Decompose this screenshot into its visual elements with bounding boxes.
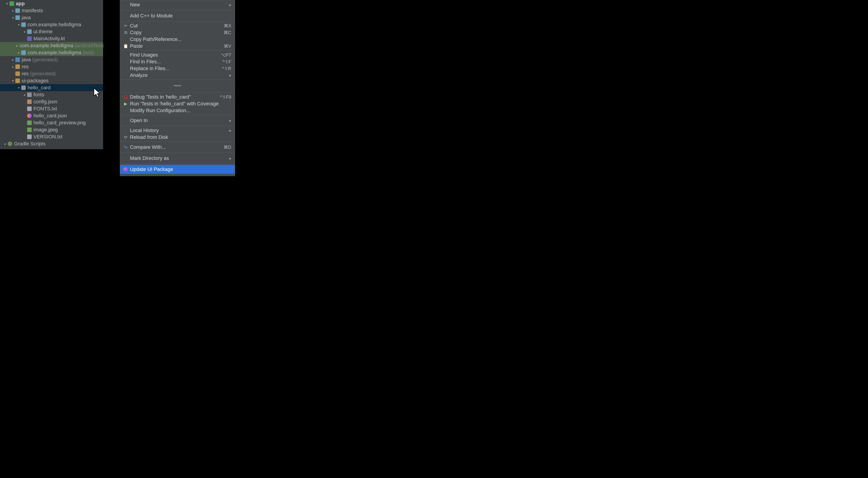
chevron-right-icon: ▸ <box>22 93 27 96</box>
menu-item-replace-in-files[interactable]: • Replace in Files... ^⇧R <box>120 65 235 72</box>
tree-label: hello_card_preview.png <box>33 120 86 126</box>
tree-row-package-androidtest[interactable]: ▸ com.example.hellofigma (androidTest) <box>0 42 103 49</box>
tree-label: ui-packages <box>22 78 49 84</box>
tree-suffix: (androidTest) <box>74 43 103 49</box>
tree-row-gradle-scripts[interactable]: ▸ Gradle Scripts <box>0 140 103 147</box>
menu-item-modify-run-config[interactable]: • Modify Run Configuration... <box>120 107 235 114</box>
tree-row-version-txt[interactable]: ▸ VERSION.txt <box>0 133 103 140</box>
menu-item-analyze[interactable]: • Analyze ▸ <box>120 72 235 79</box>
tree-row-fonts-txt[interactable]: ▸ FONTS.txt <box>0 105 103 112</box>
tree-suffix: (generated) <box>32 57 58 63</box>
kotlin-file-icon <box>27 36 32 41</box>
menu-label: Reload from Disk <box>130 134 231 140</box>
clipboard-icon: 📋 <box>123 43 129 49</box>
chevron-right-icon: ▸ <box>229 118 231 123</box>
menu-label: Replace in Files... <box>130 66 219 71</box>
tree-row-config-json[interactable]: ▸ config.json <box>0 98 103 105</box>
menu-item-find-in-files[interactable]: • Find in Files... ^⇧F <box>120 58 235 65</box>
menu-item-compare-with[interactable]: Compare With... ⌘D <box>120 143 235 152</box>
tree-label: hello_card.json <box>33 113 67 119</box>
shield-run-icon: ▶ <box>123 101 129 106</box>
menu-shortcut: ⌘V <box>224 43 231 49</box>
menu-separator <box>120 142 235 142</box>
menu-label: Add C++ to Module <box>130 13 231 19</box>
menu-label: Update UI Package <box>130 167 231 172</box>
tree-label: ui.theme <box>33 29 53 35</box>
tree-suffix: (generated) <box>30 71 56 77</box>
menu-label: Cut <box>130 23 221 29</box>
menu-item-cut[interactable]: ✂ Cut ⌘X <box>120 22 235 29</box>
menu-item-add-cpp[interactable]: • Add C++ to Module <box>120 11 235 20</box>
menu-item-reload-disk[interactable]: ⟳ Reload from Disk <box>120 134 235 141</box>
menu-item-run-coverage[interactable]: ▶ Run 'Tests in 'hello_card'' with Cover… <box>120 100 235 107</box>
menu-label: Copy Path/Reference... <box>130 36 231 42</box>
menu-shortcut: ^⇧F <box>222 59 231 64</box>
chevron-right-icon: ▸ <box>229 156 231 160</box>
menu-item-debug-tests[interactable]: 🐞 Debug 'Tests in 'hello_card'' ^⇧F9 <box>120 94 235 100</box>
tree-row-manifests[interactable]: ▸ manifests <box>0 7 103 14</box>
menu-item-copy[interactable]: ⧉ Copy ⌘C <box>120 29 235 36</box>
tree-row-java-generated[interactable]: ▸ java (generated) <box>0 56 103 63</box>
figma-file-icon <box>27 114 32 118</box>
gradle-icon <box>8 142 12 146</box>
chevron-right-icon: ▸ <box>229 3 231 7</box>
text-file-icon <box>27 135 32 139</box>
tree-row-fonts[interactable]: ▸ fonts <box>0 91 103 98</box>
menu-item-local-history[interactable]: • Local History ▸ <box>120 127 235 134</box>
tree-row-res-generated[interactable]: ▸ res (generated) <box>0 70 103 77</box>
res-folder-icon <box>16 64 20 69</box>
tree-label: hello_card <box>28 85 51 91</box>
tree-row-java[interactable]: ▾ java <box>0 14 103 21</box>
menu-label: Local History <box>130 127 227 133</box>
tree-label: VERSION.txt <box>33 134 62 140</box>
tree-row-hello-card-preview[interactable]: ▸ hello_card_preview.png <box>0 119 103 126</box>
menu-label: Copy <box>130 30 221 35</box>
tree-row-ui-packages[interactable]: ▾ ui-packages <box>0 77 103 84</box>
menu-label: Compare With... <box>130 144 221 150</box>
tree-row-app[interactable]: ▾ app <box>0 0 103 7</box>
menu-item-copy-path[interactable]: • Copy Path/Reference... <box>120 36 235 43</box>
menu-separator <box>120 92 235 93</box>
chevron-right-icon: ▸ <box>10 9 16 12</box>
project-tree: ▾ app ▸ manifests ▾ java ▾ com.example.h… <box>0 0 103 149</box>
package-icon <box>21 51 26 55</box>
tree-row-package-main[interactable]: ▾ com.example.hellofigma <box>0 21 103 28</box>
bug-icon: 🐞 <box>123 94 129 99</box>
folder-icon <box>27 92 32 97</box>
menu-item-paste[interactable]: 📋 Paste ⌘V <box>120 43 235 50</box>
chevron-right-icon: ▸ <box>16 44 18 48</box>
tree-row-res[interactable]: ▸ res <box>0 63 103 70</box>
chevron-right-icon: ▸ <box>229 73 231 78</box>
tree-label: com.example.hellofigma <box>28 50 81 56</box>
reload-icon: ⟳ <box>123 135 129 140</box>
tree-row-image-jpeg[interactable]: ▸ image.jpeg <box>0 126 103 133</box>
chevron-down-icon: ▾ <box>16 23 21 26</box>
menu-item-open-in[interactable]: • Open In ▸ <box>120 116 235 125</box>
tree-suffix: (test) <box>83 50 94 56</box>
tree-label: res <box>22 64 29 70</box>
package-icon <box>27 29 32 34</box>
menu-shortcut: ⌥F7 <box>221 52 231 58</box>
menu-item-find-usages[interactable]: • Find Usages ⌥F7 <box>120 52 235 58</box>
tree-row-hello-card[interactable]: ▾ hello_card <box>0 84 103 91</box>
tree-label: Gradle Scripts <box>14 141 45 147</box>
tree-row-hello-card-json[interactable]: ▸ hello_card.json <box>0 112 103 119</box>
tree-label: res <box>22 71 29 77</box>
menu-label: Open In <box>130 118 227 123</box>
menu-item-new[interactable]: • New ▸ <box>120 0 235 9</box>
tree-row-ui-theme[interactable]: ▸ ui.theme <box>0 28 103 35</box>
compare-icon <box>123 145 129 149</box>
generated-res-folder-icon <box>16 71 20 76</box>
tree-row-mainactivity[interactable]: ▸ MainActivity.kt <box>0 35 103 42</box>
chevron-down-icon: ▾ <box>10 16 16 20</box>
tree-row-package-test[interactable]: ▸ com.example.hellofigma (test) <box>0 49 103 56</box>
menu-separator <box>120 21 235 22</box>
menu-label: Paste <box>130 43 221 49</box>
tree-label: app <box>16 1 25 6</box>
tree-label: image.jpeg <box>33 127 58 133</box>
menu-item-update-ui-package[interactable]: Update UI Package <box>120 165 235 174</box>
menu-separator <box>120 80 235 80</box>
module-icon <box>9 1 14 6</box>
json-file-icon <box>27 99 32 104</box>
menu-item-mark-directory[interactable]: • Mark Directory as ▸ <box>120 154 235 163</box>
